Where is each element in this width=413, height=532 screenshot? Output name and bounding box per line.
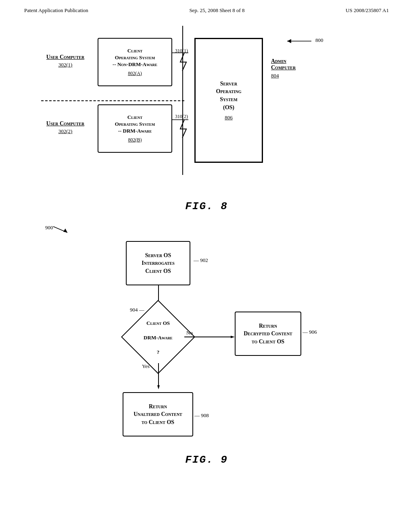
box-908-label: Return Unaltered Content to Client OS: [133, 403, 182, 426]
fig9-caption: FIG. 9: [33, 453, 380, 466]
fig8-diagram: 800 User Computer 302(1) User Computer 3…: [33, 26, 380, 195]
label-no: No: [186, 330, 193, 336]
arrow-yes: [157, 363, 160, 391]
ref-900: 900: [45, 224, 380, 231]
header-middle: Sep. 25, 2008 Sheet 8 of 8: [189, 7, 244, 14]
server-box-num: 806: [225, 114, 233, 121]
svg-marker-9: [231, 336, 235, 338]
ref-902: — 902: [194, 257, 208, 264]
horizontal-dashed: [41, 100, 184, 101]
user-computer-1: User Computer 302(1): [41, 54, 90, 68]
admin-num: 804: [271, 73, 336, 79]
svg-marker-1: [287, 39, 291, 43]
client-box-2: Client Operating System -- DRM-Aware 802…: [98, 104, 172, 153]
client-box-1-num: 802(A): [128, 71, 142, 77]
arrow-800-svg: [279, 37, 319, 49]
fig9-flow: Server OS Interrogates Client OS — 902 9…: [33, 233, 380, 447]
arrow-no: [184, 336, 237, 338]
box-906-label: Return Decrypted Content to Client OS: [244, 322, 292, 346]
box-906: Return Decrypted Content to Client OS: [235, 312, 301, 356]
user-computer-1-num: 302(1): [41, 62, 90, 68]
box-902: Server OS Interrogates Client OS: [126, 241, 190, 285]
patent-header: Patent Application Publication Sep. 25, …: [0, 0, 413, 18]
user-computer-2-label: User Computer: [41, 121, 90, 127]
ref-904: 904 —: [130, 307, 144, 313]
svg-marker-5: [63, 229, 67, 233]
client-box-2-label: Client Operating System -- DRM-Aware: [115, 114, 155, 135]
content-area: 800 User Computer 302(1) User Computer 3…: [0, 18, 413, 474]
ref-906: — 906: [302, 329, 317, 335]
lightning-2: [170, 118, 190, 140]
fig8-caption: FIG. 8: [24, 199, 389, 212]
admin-computer: Admin Computer 804: [271, 58, 336, 79]
ref-908: — 908: [194, 412, 209, 419]
server-os-box: Server Operating System (OS) 806: [194, 38, 263, 163]
box-902-label: Server OS Interrogates Client OS: [142, 251, 174, 275]
header-right: US 2008/235807 A1: [346, 7, 389, 14]
user-computer-1-label: User Computer: [41, 54, 90, 60]
user-computer-2: User Computer 302(2): [41, 121, 90, 135]
label-yes: Yes: [142, 363, 150, 370]
lightning-1: [170, 51, 190, 73]
header-left: Patent Application Publication: [24, 7, 88, 14]
user-computer-2-num: 302(2): [41, 128, 90, 135]
client-box-2-num: 802(B): [128, 137, 142, 143]
box-908: Return Unaltered Content to Client OS: [123, 392, 193, 436]
admin-label: Admin Computer: [271, 58, 336, 71]
client-box-1-label: Client Operating System -- Non-DRM-Aware: [113, 48, 157, 68]
fig9-diagram: 900 Server OS Interrogates Client OS — 9…: [33, 224, 380, 466]
client-box-1: Client Operating System -- Non-DRM-Aware…: [98, 38, 172, 86]
server-os-label: Server Operating System (OS): [216, 80, 242, 111]
svg-marker-11: [157, 385, 160, 389]
